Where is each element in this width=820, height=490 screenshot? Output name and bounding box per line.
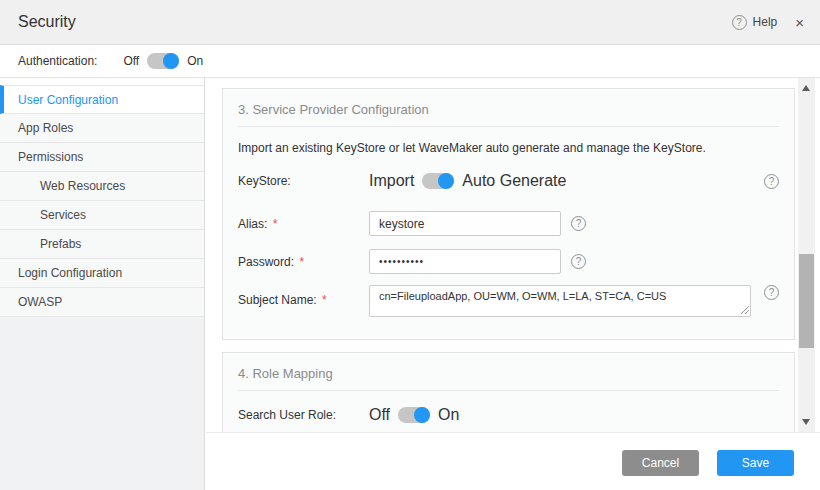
authentication-bar: Authentication: Off On [0, 45, 820, 78]
alias-label: Alias: * [238, 217, 369, 231]
keystore-help-icon[interactable]: ? [764, 174, 779, 189]
subject-name-help-icon[interactable]: ? [764, 285, 779, 300]
help-icon[interactable]: ? [732, 15, 747, 30]
subject-name-row: Subject Name: * cn=FileuploadApp, OU=WM,… [238, 285, 779, 317]
dialog-header: Security ? Help × [0, 0, 820, 45]
section-divider [238, 390, 779, 391]
password-row: Password: * ? [238, 249, 779, 274]
sidebar-list: User Configuration App Roles Permissions… [0, 78, 204, 317]
sidebar: User Configuration App Roles Permissions… [0, 78, 205, 490]
search-user-role-off-label: Off [369, 406, 390, 424]
sidebar-item-services[interactable]: Services [0, 201, 204, 230]
required-asterisk: * [299, 255, 304, 269]
subject-name-field-wrap: cn=FileuploadApp, OU=WM, O=WM, L=LA, ST=… [369, 285, 751, 317]
security-dialog: Security ? Help × Authentication: Off On… [0, 0, 820, 490]
cancel-button[interactable]: Cancel [622, 450, 699, 476]
section-title: 4. Role Mapping [238, 353, 779, 381]
required-asterisk: * [322, 293, 327, 307]
sidebar-item-web-resources[interactable]: Web Resources [0, 172, 204, 201]
sidebar-item-owasp[interactable]: OWASP [0, 288, 204, 317]
keystore-description: Import an existing KeyStore or let WaveM… [238, 141, 779, 155]
role-mapping-section: 4. Role Mapping Search User Role: Off On [222, 352, 795, 432]
section-divider [238, 126, 779, 127]
toggle-knob [414, 407, 430, 423]
alias-row: Alias: * ? [238, 211, 779, 236]
toggle-knob [163, 53, 179, 69]
keystore-auto-generate-label: Auto Generate [462, 172, 566, 190]
password-label: Password: * [238, 255, 369, 269]
alias-input[interactable] [369, 211, 561, 236]
scroll-up-icon[interactable] [802, 85, 810, 91]
subject-name-textarea[interactable]: cn=FileuploadApp, OU=WM, O=WM, L=LA, ST=… [369, 285, 751, 317]
dialog-footer: Cancel Save [206, 432, 820, 490]
alias-help-icon[interactable]: ? [571, 216, 586, 231]
keystore-label: KeyStore: [238, 174, 369, 188]
header-actions: ? Help × [732, 15, 806, 30]
authentication-toggle[interactable] [147, 53, 179, 69]
authentication-off-label: Off [123, 54, 139, 68]
subject-name-label: Subject Name: * [238, 285, 369, 307]
service-provider-configuration-section: 3. Service Provider Configuration Import… [222, 88, 795, 340]
keystore-import-label: Import [369, 172, 414, 190]
section-title: 3. Service Provider Configuration [238, 89, 779, 117]
scroll-down-icon[interactable] [802, 419, 810, 425]
required-asterisk: * [273, 217, 278, 231]
search-user-role-label: Search User Role: [238, 408, 369, 422]
help-link[interactable]: Help [753, 15, 778, 29]
sidebar-item-app-roles[interactable]: App Roles [0, 114, 204, 143]
vertical-scrollbar[interactable] [798, 78, 815, 432]
sidebar-item-prefabs[interactable]: Prefabs [0, 230, 204, 259]
scrollbar-thumb[interactable] [799, 254, 814, 348]
close-icon[interactable]: × [795, 15, 804, 30]
sidebar-item-login-configuration[interactable]: Login Configuration [0, 259, 204, 288]
password-input[interactable] [369, 249, 561, 274]
authentication-label: Authentication: [18, 54, 97, 68]
sidebar-item-user-configuration[interactable]: User Configuration [0, 85, 204, 114]
search-user-role-on-label: On [438, 406, 459, 424]
password-help-icon[interactable]: ? [571, 254, 586, 269]
toggle-knob [438, 173, 454, 189]
save-button[interactable]: Save [717, 450, 794, 476]
authentication-on-label: On [187, 54, 203, 68]
page-title: Security [18, 13, 76, 31]
search-user-role-toggle[interactable] [398, 407, 430, 423]
keystore-toggle[interactable] [422, 173, 454, 189]
search-user-role-row: Search User Role: Off On [238, 406, 779, 424]
sidebar-item-permissions[interactable]: Permissions [0, 143, 204, 172]
keystore-row: KeyStore: Import Auto Generate ? [238, 172, 779, 190]
